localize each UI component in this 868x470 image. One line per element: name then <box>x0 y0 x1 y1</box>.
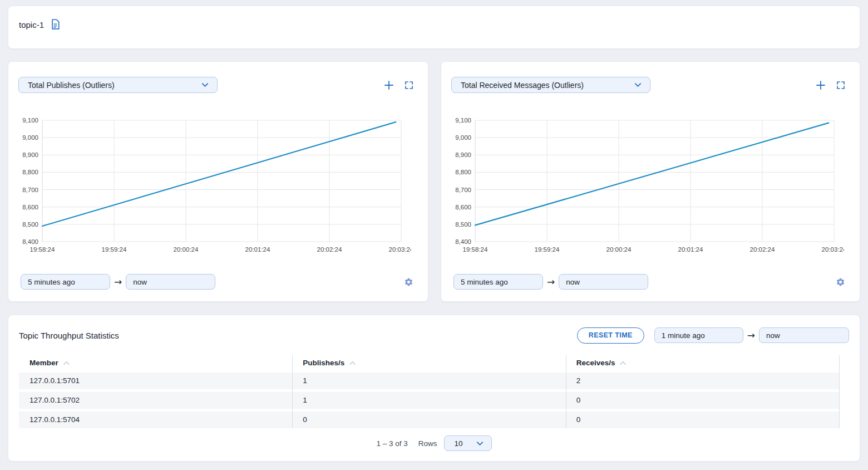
arrow-right-icon: → <box>543 274 559 290</box>
column-header-receives[interactable]: Receives/s <box>566 359 839 367</box>
publishes-cell: 1 <box>292 392 565 409</box>
table-time-to-input[interactable] <box>759 327 849 343</box>
chevron-down-icon <box>201 81 209 89</box>
arrow-right-icon: → <box>743 327 759 343</box>
chart-panel-header: Total Received Messages (Outliers) <box>441 62 860 93</box>
line-chart-received: 8,4008,5008,6008,7008,8008,9009,0009,100… <box>449 115 844 258</box>
svg-text:8,700: 8,700 <box>22 187 38 193</box>
chart-actions <box>816 80 845 90</box>
time-to-input[interactable] <box>126 274 215 290</box>
add-chart-icon[interactable] <box>816 80 826 90</box>
metric-select-value: Total Publishes (Outliers) <box>28 81 115 90</box>
fullscreen-icon[interactable] <box>836 81 845 90</box>
chart-panel-header: Total Publishes (Outliers) <box>8 62 428 93</box>
column-divider <box>292 355 293 428</box>
table-time-from-input[interactable] <box>654 327 743 343</box>
member-cell: 127.0.0.1:5704 <box>19 412 292 428</box>
svg-text:19:59:24: 19:59:24 <box>535 246 560 253</box>
svg-text:19:58:24: 19:58:24 <box>30 246 55 253</box>
svg-text:20:00:24: 20:00:24 <box>174 246 199 253</box>
svg-text:20:01:24: 20:01:24 <box>245 246 270 253</box>
table-row: 127.0.0.1:5701 1 2 <box>19 373 839 389</box>
member-cell: 127.0.0.1:5701 <box>19 373 292 389</box>
svg-text:8,600: 8,600 <box>455 204 471 210</box>
pagination: 1 – 3 of 3 Rows 10 <box>8 435 860 451</box>
page-title: topic-1 <box>19 19 44 31</box>
settings-gear-icon[interactable] <box>404 277 413 287</box>
receives-cell: 0 <box>566 392 839 409</box>
table-row: 127.0.0.1:5702 1 0 <box>19 392 839 409</box>
chart-time-range: → <box>8 258 428 290</box>
member-cell: 127.0.0.1:5702 <box>19 392 292 409</box>
column-divider <box>839 355 840 428</box>
svg-text:9,000: 9,000 <box>22 134 38 141</box>
svg-text:20:02:24: 20:02:24 <box>750 246 775 253</box>
svg-text:8,500: 8,500 <box>22 221 38 228</box>
svg-text:8,800: 8,800 <box>455 169 471 175</box>
chart-time-range: → <box>441 258 860 290</box>
chevron-down-icon <box>476 439 484 448</box>
charts-row: Total Publishes (Outliers) 8,4008,5008,6… <box>8 61 860 302</box>
svg-text:20:02:24: 20:02:24 <box>317 246 342 253</box>
settings-gear-icon[interactable] <box>836 277 845 287</box>
time-from-input[interactable] <box>21 274 110 290</box>
time-from-input[interactable] <box>453 274 543 290</box>
svg-text:8,900: 8,900 <box>22 151 38 158</box>
document-icon[interactable] <box>51 19 60 30</box>
table-row: 127.0.0.1:5704 0 0 <box>19 412 839 428</box>
svg-text:8,800: 8,800 <box>22 169 38 175</box>
line-chart-publishes: 8,4008,5008,6008,7008,8008,9009,0009,100… <box>16 115 411 258</box>
receives-cell: 0 <box>566 412 839 428</box>
time-to-input[interactable] <box>559 274 648 290</box>
publishes-cell: 1 <box>292 373 565 389</box>
svg-text:20:01:24: 20:01:24 <box>678 246 703 253</box>
rows-per-page-value: 10 <box>455 439 463 448</box>
table-title: Topic Throughput Statistics <box>19 331 119 340</box>
throughput-table: Member Publishes/s Receives/s <box>19 355 839 428</box>
column-header-member[interactable]: Member <box>19 359 292 367</box>
reset-time-button[interactable]: RESET TIME <box>577 327 644 344</box>
rows-per-page-select[interactable]: 10 <box>444 435 492 451</box>
svg-text:8,500: 8,500 <box>455 221 471 228</box>
receives-cell: 2 <box>566 373 839 389</box>
table-body: 127.0.0.1:5701 1 2 127.0.0.1:5702 1 0 12… <box>19 373 839 428</box>
svg-text:8,400: 8,400 <box>22 238 38 245</box>
dashboard-page: topic-1 Total Publishes (Outliers) <box>0 0 868 467</box>
fullscreen-icon[interactable] <box>405 81 413 90</box>
svg-text:8,600: 8,600 <box>22 204 38 210</box>
pagination-range: 1 – 3 of 3 <box>376 439 407 448</box>
publishes-cell: 0 <box>292 412 565 428</box>
svg-text:20:00:24: 20:00:24 <box>606 246 632 253</box>
sort-caret-icon <box>63 360 70 365</box>
table-header: Member Publishes/s Receives/s <box>19 355 839 370</box>
table-controls: RESET TIME → <box>577 327 849 344</box>
chart-panel-publishes: Total Publishes (Outliers) 8,4008,5008,6… <box>8 61 428 302</box>
arrow-right-icon: → <box>110 274 126 290</box>
throughput-statistics-panel: Topic Throughput Statistics RESET TIME →… <box>8 315 860 462</box>
table-header-row: Topic Throughput Statistics RESET TIME → <box>8 315 860 344</box>
rows-per-page-label: Rows <box>418 439 437 448</box>
svg-text:9,000: 9,000 <box>455 134 471 141</box>
svg-text:9,100: 9,100 <box>22 117 38 124</box>
svg-text:9,100: 9,100 <box>455 117 471 124</box>
chevron-down-icon <box>634 81 642 89</box>
column-divider <box>566 355 566 428</box>
column-header-publishes[interactable]: Publishes/s <box>292 359 565 367</box>
svg-text:8,700: 8,700 <box>455 187 471 193</box>
svg-text:20:03:24: 20:03:24 <box>822 246 844 253</box>
metric-select-received[interactable]: Total Received Messages (Outliers) <box>451 77 650 93</box>
metric-select-value: Total Received Messages (Outliers) <box>461 81 584 90</box>
svg-text:20:03:24: 20:03:24 <box>389 246 411 253</box>
chart-actions <box>384 80 413 90</box>
svg-text:19:59:24: 19:59:24 <box>102 246 127 253</box>
svg-text:8,400: 8,400 <box>455 238 471 245</box>
sort-caret-icon <box>349 360 356 365</box>
svg-text:8,900: 8,900 <box>455 151 471 158</box>
topic-header-card: topic-1 <box>8 6 860 49</box>
metric-select-publishes[interactable]: Total Publishes (Outliers) <box>18 77 218 93</box>
add-chart-icon[interactable] <box>384 80 394 90</box>
chart-panel-received: Total Received Messages (Outliers) 8,400… <box>441 61 860 302</box>
svg-text:19:58:24: 19:58:24 <box>463 246 488 253</box>
sort-caret-icon <box>619 360 627 365</box>
